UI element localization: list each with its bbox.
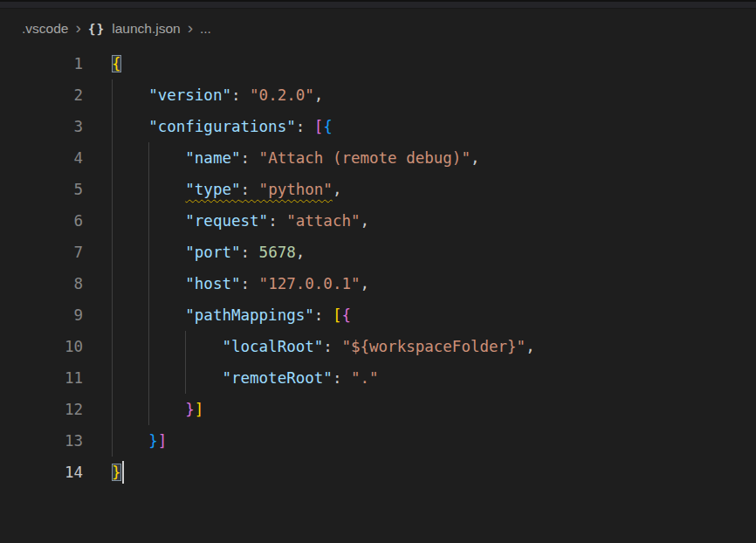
code-line[interactable]: 6 "request": "attach", bbox=[0, 205, 756, 237]
code-token: "port" bbox=[185, 244, 240, 261]
code-text: } bbox=[112, 457, 124, 488]
code-token bbox=[112, 118, 148, 135]
code-line[interactable]: 1{ bbox=[0, 48, 756, 79]
line-number[interactable]: 8 bbox=[0, 268, 83, 299]
breadcrumb-file[interactable]: launch.json bbox=[112, 21, 180, 37]
code-token bbox=[112, 432, 148, 450]
code-text: "configurations": [{ bbox=[112, 111, 333, 142]
line-number[interactable]: 3 bbox=[0, 111, 83, 142]
code-editor[interactable]: 1{2 "version": "0.2.0",3 "configurations… bbox=[0, 48, 756, 488]
code-line[interactable]: 5 "type": "python", bbox=[0, 174, 756, 205]
code-token: ] bbox=[158, 432, 168, 450]
chevron-right-icon: › bbox=[188, 19, 193, 36]
code-token bbox=[112, 244, 185, 261]
code-line[interactable]: 9 "pathMappings": [{ bbox=[0, 299, 756, 331]
code-text: "version": "0.2.0", bbox=[112, 79, 323, 111]
code-token: "type" bbox=[185, 181, 240, 198]
code-token bbox=[112, 338, 222, 355]
code-token: : bbox=[323, 338, 341, 355]
tab-bar-edge bbox=[0, 0, 756, 9]
code-token bbox=[112, 212, 185, 230]
code-token: : bbox=[333, 369, 351, 387]
line-number[interactable]: 13 bbox=[0, 425, 83, 457]
code-text: }] bbox=[112, 394, 203, 425]
code-line[interactable]: 4 "name": "Attach (remote debug)", bbox=[0, 142, 756, 174]
code-token bbox=[112, 181, 185, 198]
code-line[interactable]: 10 "localRoot": "${workspaceFolder}", bbox=[0, 331, 756, 362]
code-text: }] bbox=[112, 425, 167, 457]
code-token: { bbox=[323, 118, 333, 135]
code-token bbox=[112, 275, 185, 292]
text-cursor bbox=[122, 461, 124, 484]
code-text: "name": "Attach (remote debug)", bbox=[112, 142, 479, 174]
line-number[interactable]: 11 bbox=[0, 362, 83, 394]
code-text: "request": "attach", bbox=[112, 205, 369, 237]
line-number[interactable]: 12 bbox=[0, 394, 83, 425]
line-number[interactable]: 14 bbox=[0, 457, 83, 488]
code-token bbox=[112, 149, 185, 167]
code-token: , bbox=[361, 212, 370, 230]
code-token: "remoteRoot" bbox=[222, 369, 332, 387]
code-token: "version" bbox=[148, 86, 231, 104]
code-token: : bbox=[241, 149, 259, 167]
code-token: "0.2.0" bbox=[250, 86, 314, 104]
code-line[interactable]: 11 "remoteRoot": "." bbox=[0, 362, 756, 394]
code-line[interactable]: 7 "port": 5678, bbox=[0, 237, 756, 268]
code-token: "." bbox=[351, 369, 379, 387]
code-text: "type": "python", bbox=[112, 174, 341, 205]
code-token: , bbox=[314, 86, 324, 104]
line-number[interactable]: 5 bbox=[0, 174, 83, 205]
code-token: "name" bbox=[185, 149, 240, 167]
code-token bbox=[112, 369, 222, 387]
code-token: , bbox=[526, 338, 535, 355]
chevron-right-icon: › bbox=[75, 19, 80, 36]
code-text: "remoteRoot": "." bbox=[112, 362, 379, 394]
code-token: 5678 bbox=[259, 244, 296, 261]
code-token: { bbox=[341, 306, 351, 324]
code-token: } bbox=[185, 401, 195, 418]
code-line[interactable]: 3 "configurations": [{ bbox=[0, 111, 756, 142]
code-token: : bbox=[268, 212, 286, 230]
code-token: "Attach (remote debug)" bbox=[259, 149, 471, 167]
code-line[interactable]: 8 "host": "127.0.0.1", bbox=[0, 268, 756, 299]
code-token bbox=[112, 86, 148, 104]
code-token: : bbox=[314, 306, 333, 324]
code-token: [ bbox=[314, 118, 324, 135]
code-token: : bbox=[231, 86, 250, 104]
code-text: "localRoot": "${workspaceFolder}", bbox=[112, 331, 535, 362]
line-number[interactable]: 1 bbox=[0, 48, 83, 79]
code-token: , bbox=[361, 275, 370, 292]
line-number[interactable]: 10 bbox=[0, 331, 83, 362]
code-token: , bbox=[333, 181, 342, 198]
breadcrumb-folder[interactable]: .vscode bbox=[22, 21, 68, 37]
code-token: "pathMappings" bbox=[185, 306, 314, 324]
code-token: [ bbox=[333, 306, 342, 324]
code-token: "host" bbox=[185, 275, 240, 292]
code-token: } bbox=[148, 432, 158, 450]
line-number[interactable]: 2 bbox=[0, 79, 83, 111]
code-token bbox=[112, 306, 185, 324]
line-number[interactable]: 4 bbox=[0, 142, 83, 174]
code-token: : bbox=[241, 181, 259, 198]
line-number[interactable]: 9 bbox=[0, 299, 83, 331]
line-number[interactable]: 7 bbox=[0, 237, 83, 268]
code-line[interactable]: 14} bbox=[0, 457, 756, 488]
code-token: "127.0.0.1" bbox=[259, 275, 361, 292]
code-token: "python" bbox=[259, 181, 333, 198]
code-token: "request" bbox=[185, 212, 268, 230]
code-line[interactable]: 12 }] bbox=[0, 394, 756, 425]
json-braces-icon: {} bbox=[88, 22, 105, 36]
line-number[interactable]: 6 bbox=[0, 205, 83, 237]
code-token: } bbox=[112, 464, 121, 481]
breadcrumb-overflow[interactable]: ... bbox=[200, 21, 211, 37]
code-token: "${workspaceFolder}" bbox=[341, 338, 526, 355]
code-token: "configurations" bbox=[148, 118, 296, 135]
code-token: "localRoot" bbox=[222, 338, 323, 355]
code-token: : bbox=[241, 244, 259, 261]
code-text: "port": 5678, bbox=[112, 237, 305, 268]
code-token bbox=[112, 401, 185, 418]
code-token: , bbox=[471, 149, 480, 167]
code-line[interactable]: 2 "version": "0.2.0", bbox=[0, 79, 756, 111]
code-token: "attach" bbox=[286, 212, 360, 230]
code-line[interactable]: 13 }] bbox=[0, 425, 756, 457]
